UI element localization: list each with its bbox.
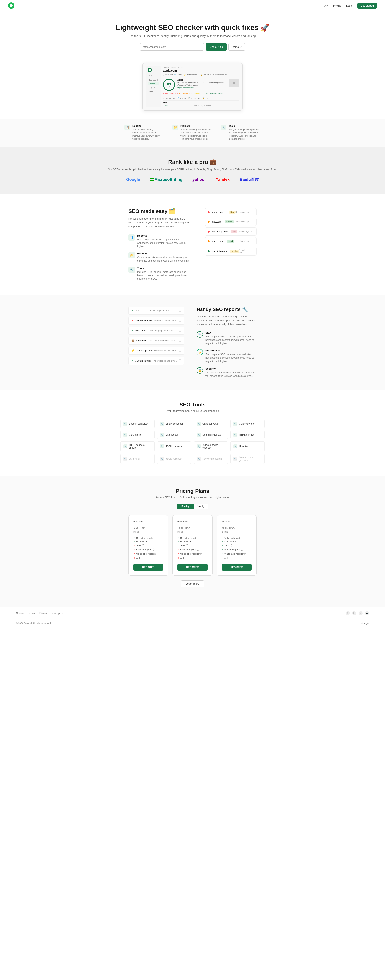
plan-business-price: 19.99 USD — [177, 524, 208, 531]
tool-html[interactable]: 🔧 HTML minifier — [231, 431, 265, 439]
seo-easy-section: SEO made easy 🗂️ lightweight platform to… — [0, 194, 385, 295]
tool-css-icon: 🔧 — [123, 433, 127, 437]
seo-tools-icon: 🔧 — [128, 267, 135, 273]
comp-moz-menu[interactable]: ··· — [251, 220, 254, 224]
comp-ahrefs-menu[interactable]: ··· — [251, 239, 254, 243]
agency-api: API — [221, 556, 251, 560]
tool-css[interactable]: 🔧 CSS minifier — [120, 431, 154, 439]
theme-toggle[interactable]: ☀ Light — [361, 622, 369, 625]
plan-creator-badge: CREATOR — [134, 520, 164, 522]
footer-developers[interactable]: Developers — [51, 612, 63, 615]
pricing-card-creator: CREATOR 9.99 USD month Unlimited reports… — [128, 515, 169, 576]
plan-business-badge: BUSINESS — [177, 520, 208, 522]
baidu-logo: Baidu百度 — [240, 177, 259, 182]
social-linkedin-icon[interactable]: in — [352, 611, 356, 615]
check-title-info[interactable]: ⓘ — [179, 309, 181, 312]
pricing-section: Pricing Plans Access SEO Total to fix fr… — [0, 476, 385, 607]
get-started-button[interactable]: Get Started — [357, 3, 377, 9]
nav-pricing[interactable]: Pricing — [333, 4, 341, 7]
tools-section: SEO Tools Over 30 development and SEO re… — [0, 390, 385, 476]
comp-semrush-name: semrush.com — [212, 211, 226, 214]
comp-dot-red — [208, 211, 210, 213]
comp-dot-ahrefs — [208, 240, 210, 242]
social-github-icon[interactable]: ⊙ — [358, 611, 363, 615]
competitor-mailchimp: mailchimp.com Bad 16 hours ago ··· — [205, 228, 257, 235]
comp-semrush-menu[interactable]: ··· — [251, 210, 254, 214]
handy-seo-desc: Find on-page SEO issues on your websites… — [205, 335, 257, 345]
tool-http[interactable]: 🔧 HTTP headers checker — [120, 441, 154, 451]
tool-ip[interactable]: 🔧 IP lookup — [231, 441, 265, 451]
check-loadtime-name: Load time — [135, 329, 146, 332]
agency-branded: Branded reports ⓘ — [221, 548, 251, 552]
check-title: ✓ Title The title tag is perfect. ⓘ — [128, 307, 185, 315]
nav-login[interactable]: Login — [346, 4, 353, 7]
tool-binary-icon: 🔧 — [160, 422, 164, 426]
tool-lorem[interactable]: 🔧 Lorem ipsum generator — [231, 454, 265, 464]
check-content: ✓ Content length The webpage has 2,99...… — [128, 357, 185, 365]
tool-json-val[interactable]: 🔧 JSON validator — [157, 454, 191, 464]
tool-indexed-icon: 🔧 — [197, 444, 201, 449]
google-logo: Google — [126, 177, 140, 182]
footer: Contact Terms Privacy Developers 𝕏 in ⊙ … — [0, 607, 385, 619]
check-jsdefer: ⚡ JavaScript defer There are 10 javascri… — [128, 347, 185, 355]
tool-case[interactable]: 🔧 Case converter — [194, 420, 228, 428]
tool-domain-ip-icon: 🔧 — [197, 433, 201, 437]
tool-json-conv[interactable]: 🔧 JSON converter — [157, 441, 191, 451]
tool-binary[interactable]: 🔧 Binary converter — [157, 420, 191, 428]
tool-js-icon: 🔧 — [123, 457, 127, 461]
seo-reports-icon: 📊 — [128, 234, 135, 240]
comp-mailchimp-menu[interactable]: ··· — [251, 230, 254, 233]
check-fix-button[interactable]: Check & fix — [205, 43, 227, 51]
tool-keyword[interactable]: 🔧 Keyword research — [194, 454, 228, 464]
tool-base64-icon: 🔧 — [123, 422, 127, 426]
feature-whitelabel-no: White-label reports ⓘ — [134, 552, 164, 556]
social-instagram-icon[interactable]: 📷 — [365, 611, 369, 615]
feature-projects: 📁 Projects. Automatically organise multi… — [172, 124, 213, 141]
check-structured-info[interactable]: ⓘ — [179, 339, 181, 342]
social-x-icon[interactable]: 𝕏 — [346, 611, 350, 615]
register-business-button[interactable]: REGISTER — [177, 564, 208, 571]
tool-js[interactable]: 🔧 JS minifier — [120, 454, 154, 464]
check-structured: 📦 Structured data There are no structure… — [128, 337, 185, 345]
seo-reports-title: Reports — [137, 234, 192, 237]
tool-json-conv-icon: 🔧 — [160, 444, 164, 449]
tool-color-label: Color converter — [239, 423, 256, 425]
tool-color-icon: 🔧 — [234, 422, 237, 426]
toggle-yearly[interactable]: Yearly — [194, 504, 208, 509]
footer-privacy[interactable]: Privacy — [39, 612, 47, 615]
features-row: 📋 Reports. SEO checker to copy competito… — [0, 119, 385, 146]
agency-whitelabel: White-label reports ⓘ — [221, 552, 251, 556]
handy-perf: ⚡ Performance Find on-page SEO issues on… — [197, 349, 257, 363]
tool-color[interactable]: 🔧 Color converter — [231, 420, 265, 428]
agency-unlimited: Unlimited reports — [221, 536, 251, 540]
screenshot-mock: MENU Dashboard Reports Projects Tools Ho… — [0, 63, 385, 111]
comp-backlinko-menu[interactable]: ··· — [251, 249, 254, 253]
comp-backlinko-name: backlinko.com — [212, 250, 227, 253]
check-jsdefer-info[interactable]: ⓘ — [179, 349, 181, 353]
pricing-card-business: BUSINESS 19.99 USD month Unlimited repor… — [172, 515, 213, 576]
register-creator-button[interactable]: REGISTER — [134, 564, 164, 571]
tool-json-conv-label: JSON converter — [165, 445, 183, 448]
check-content-info[interactable]: ⓘ — [179, 359, 181, 363]
biz-unlimited: Unlimited reports — [177, 536, 208, 540]
check-meta-info[interactable]: ⓘ — [179, 319, 181, 322]
tool-indexed[interactable]: 🔧 Indexed pages checker — [194, 441, 228, 451]
tool-keyword-icon: 🔧 — [197, 457, 201, 461]
handy-section: ✓ Title The title tag is perfect. ⓘ ▲ Me… — [0, 294, 385, 390]
register-agency-button[interactable]: REGISTER — [221, 564, 251, 571]
handy-desc: Our SEO crawler scours every page off yo… — [197, 315, 257, 326]
logo[interactable] — [8, 2, 14, 9]
footer-contact[interactable]: Contact — [16, 612, 24, 615]
url-input[interactable] — [140, 43, 204, 51]
nav-api[interactable]: API — [324, 4, 328, 7]
tool-base64[interactable]: 🔧 Base64 converter — [120, 420, 154, 428]
seo-feature-reports: 📊 Reports Get straight-foward SEO report… — [128, 234, 192, 248]
demo-button[interactable]: Demo ↗ — [228, 43, 245, 51]
footer-terms[interactable]: Terms — [28, 612, 35, 615]
check-loadtime-info[interactable]: ⓘ — [179, 329, 181, 332]
learn-more-button[interactable]: Learn more — [181, 581, 204, 587]
tool-domain-ip[interactable]: 🔧 Domain IP lookup — [194, 431, 228, 439]
check-loadtime-icon: ✓ — [131, 329, 134, 332]
tool-dns[interactable]: 🔧 DNS lookup — [157, 431, 191, 439]
toggle-monthly[interactable]: Monthly — [177, 504, 194, 509]
